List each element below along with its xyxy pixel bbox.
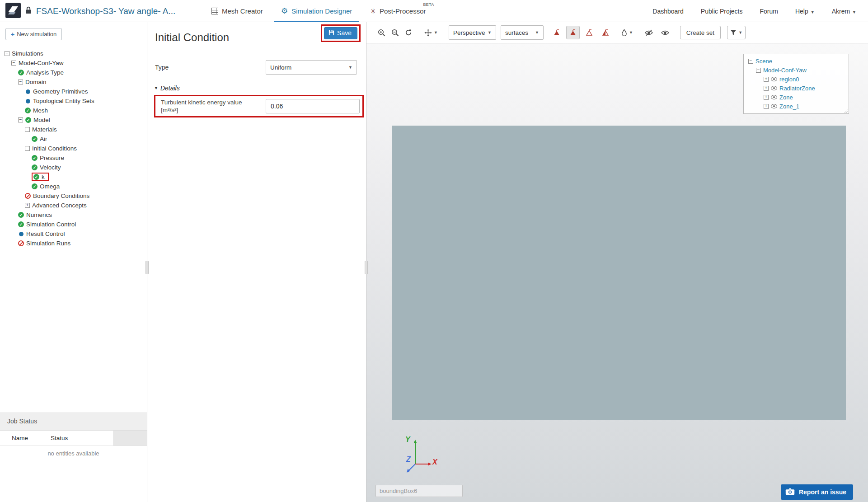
- item-label: Model: [33, 117, 50, 123]
- tree-item-advanced-concepts[interactable]: Advanced Concepts: [0, 201, 147, 210]
- clip-cone-button-2[interactable]: [566, 26, 580, 39]
- tree-item-topological-entity-sets[interactable]: Topological Entity Sets: [0, 96, 147, 106]
- save-button[interactable]: Save: [324, 27, 357, 39]
- axis-triad: Y X Z: [402, 436, 447, 481]
- tree-item-model[interactable]: Model: [0, 115, 147, 125]
- clip-cone-button-4[interactable]: [599, 26, 612, 39]
- bounding-box-name-input[interactable]: [375, 485, 463, 497]
- red-cone-icon: [553, 29, 560, 36]
- job-status-header-row: Name Status: [0, 431, 147, 446]
- tab-simulation-designer[interactable]: ⚙ Simulation Designer: [272, 0, 361, 22]
- tree-item-simulations[interactable]: Simulations: [0, 49, 147, 58]
- type-select-value: Uniform: [270, 64, 291, 71]
- expand-icon[interactable]: [25, 203, 30, 208]
- tree-item-simulation-control[interactable]: Simulation Control: [0, 220, 147, 229]
- user-menu[interactable]: Akrem▼: [832, 8, 856, 15]
- scene-item-region0[interactable]: region0: [744, 75, 849, 84]
- scene-item-radiatorzone[interactable]: RadiatorZone: [744, 84, 849, 93]
- render-mode-select[interactable]: surfaces ▼: [501, 25, 544, 40]
- report-issue-button[interactable]: Report an issue: [781, 484, 853, 500]
- expand-icon[interactable]: [764, 104, 769, 109]
- simulation-tree: SimulationsModel-Conf-YawAnalysis TypeDo…: [0, 49, 147, 248]
- tab-mesh-creator[interactable]: Mesh Creator: [202, 0, 272, 22]
- tree-item-mesh[interactable]: Mesh: [0, 106, 147, 115]
- tab-label: Post-Processor: [380, 7, 426, 15]
- simscale-logo[interactable]: [5, 3, 21, 20]
- zoom-out-button[interactable]: [388, 26, 402, 39]
- collapse-icon[interactable]: [748, 59, 753, 64]
- tree-item-omega[interactable]: Omega: [0, 182, 147, 191]
- projection-select[interactable]: Perspective ▼: [449, 25, 496, 40]
- tree-item-result-control[interactable]: Result Control: [0, 229, 147, 239]
- collapse-icon[interactable]: [5, 51, 9, 56]
- collapse-icon[interactable]: [25, 146, 30, 151]
- clip-cone-button-1[interactable]: [550, 26, 563, 39]
- collapse-icon[interactable]: [756, 68, 761, 73]
- tree-item-materials[interactable]: Materials: [0, 125, 147, 134]
- visibility-eye-icon[interactable]: [771, 95, 777, 99]
- tree-item-velocity[interactable]: Velocity: [0, 163, 147, 172]
- tree-item-model-conf-yaw[interactable]: Model-Conf-Yaw: [0, 58, 147, 68]
- help-menu[interactable]: Help▼: [795, 8, 815, 15]
- dot-status-icon: [26, 99, 30, 103]
- collapse-icon[interactable]: [18, 80, 23, 84]
- tree-item-domain[interactable]: Domain: [0, 77, 147, 87]
- pan-tool-dropdown[interactable]: ▼: [422, 26, 441, 39]
- axis-z-label: Z: [406, 455, 411, 464]
- tree-item-analysis-type[interactable]: Analysis Type: [0, 68, 147, 77]
- viewer-canvas[interactable]: ▼ Perspective ▼ surfaces ▼: [366, 22, 868, 502]
- tree-item-k[interactable]: k: [0, 172, 147, 182]
- tree-item-numerics[interactable]: Numerics: [0, 210, 147, 220]
- link-dashboard[interactable]: Dashboard: [652, 8, 684, 15]
- tree-item-geometry-primitives[interactable]: Geometry Primitives: [0, 87, 147, 96]
- refresh-view-button[interactable]: [402, 26, 415, 39]
- scene-item-zone[interactable]: Zone: [744, 93, 849, 102]
- expand-icon[interactable]: [764, 86, 769, 91]
- create-set-button[interactable]: Create set: [680, 26, 721, 39]
- zoom-in-button[interactable]: [375, 26, 388, 39]
- scene-item-model-conf-yaw[interactable]: Model-Conf-Yaw: [744, 66, 849, 75]
- collapse-icon[interactable]: [11, 61, 16, 66]
- tree-item-pressure[interactable]: Pressure: [0, 153, 147, 163]
- lock-icon: [25, 6, 32, 16]
- item-label: region0: [779, 76, 799, 82]
- collapse-icon[interactable]: [25, 127, 30, 132]
- tab-post-processor[interactable]: ✳ Post-Processor BETA: [361, 0, 435, 22]
- visibility-eye-icon[interactable]: [771, 104, 777, 108]
- chevron-down-icon: ▼: [434, 30, 438, 35]
- expand-icon[interactable]: [764, 95, 769, 100]
- job-status-column-name: Name: [0, 431, 51, 446]
- new-simulation-button[interactable]: + New simulation: [5, 28, 62, 40]
- scene-item-zone-1[interactable]: Zone_1: [744, 102, 849, 111]
- gears-icon: ⚙: [281, 7, 288, 15]
- show-all-button[interactable]: [658, 26, 672, 39]
- chevron-down-icon: ▼: [348, 65, 352, 70]
- tree-item-air[interactable]: Air: [0, 134, 147, 144]
- check-status-icon: [25, 108, 31, 113]
- tree-item-simulation-runs[interactable]: Simulation Runs: [0, 239, 147, 248]
- sidebar-splitter-handle[interactable]: [145, 261, 149, 274]
- type-select[interactable]: Uniform ▼: [266, 60, 357, 75]
- panel-splitter-handle[interactable]: [365, 261, 368, 274]
- clip-cone-button-3[interactable]: [582, 26, 596, 39]
- tree-item-boundary-conditions[interactable]: Boundary Conditions: [0, 191, 147, 201]
- grid-icon: [211, 8, 218, 14]
- hide-selected-button[interactable]: [642, 26, 656, 39]
- collapse-icon[interactable]: [18, 117, 23, 122]
- turbulent-kinetic-energy-input[interactable]: [266, 99, 360, 113]
- red-cone-outline-icon: [586, 29, 593, 36]
- tree-item-initial-conditions[interactable]: Initial Conditions: [0, 144, 147, 153]
- background-style-dropdown[interactable]: ▼: [619, 26, 636, 39]
- visibility-eye-icon[interactable]: [771, 86, 777, 90]
- tab-label: Simulation Designer: [291, 7, 352, 15]
- filter-dropdown[interactable]: ▼: [727, 26, 746, 39]
- link-public-projects[interactable]: Public Projects: [701, 8, 743, 15]
- details-section-header[interactable]: ▼ Details: [154, 84, 366, 92]
- item-label: k: [42, 174, 45, 180]
- scene-item-scene[interactable]: Scene: [744, 56, 849, 66]
- check-status-icon: [32, 155, 38, 161]
- item-label: Omega: [40, 183, 60, 190]
- expand-icon[interactable]: [764, 77, 769, 82]
- visibility-eye-icon[interactable]: [771, 77, 777, 81]
- link-forum[interactable]: Forum: [760, 8, 778, 15]
